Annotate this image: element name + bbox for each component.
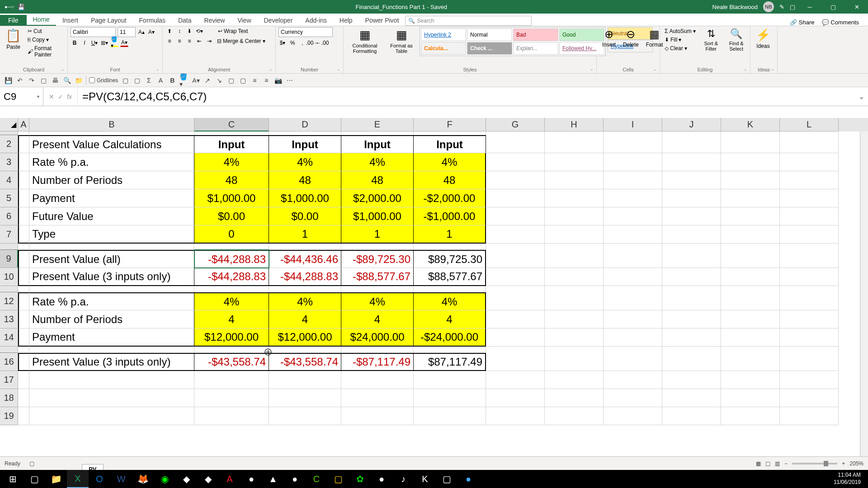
ribbon-options-icon[interactable]: ▢ <box>790 4 795 10</box>
cell[interactable] <box>780 353 839 371</box>
orientation-icon[interactable]: ⟲▾ <box>195 27 203 35</box>
cell[interactable] <box>341 347 414 353</box>
align-left-icon[interactable]: ≡ <box>165 37 174 45</box>
cell[interactable] <box>269 244 341 250</box>
cell[interactable]: 48 <box>194 171 269 189</box>
view-layout-icon[interactable]: ▢ <box>765 460 770 467</box>
cell[interactable] <box>18 225 29 244</box>
cell[interactable] <box>545 131 604 135</box>
tab-view[interactable]: View <box>231 15 257 26</box>
cell[interactable] <box>486 353 545 371</box>
clear-button[interactable]: ◇ Clear ▾ <box>663 44 698 52</box>
style-calculation[interactable]: Calcula... <box>421 42 466 55</box>
increase-indent-icon[interactable]: ⇥ <box>205 37 213 45</box>
cell[interactable] <box>545 371 604 389</box>
row-header-10[interactable]: 10 <box>0 268 18 286</box>
tab-data[interactable]: Data <box>172 15 198 26</box>
cell[interactable] <box>780 310 839 328</box>
cell[interactable] <box>780 153 839 171</box>
cell[interactable] <box>780 328 839 347</box>
cell[interactable]: Number of Periods <box>29 310 194 328</box>
cell[interactable] <box>414 131 486 135</box>
cell[interactable] <box>341 131 414 135</box>
cell[interactable] <box>194 389 269 407</box>
cell[interactable] <box>545 244 604 250</box>
row-header-16[interactable]: 16 <box>0 353 18 371</box>
cell[interactable]: 4 <box>341 310 414 328</box>
cell[interactable] <box>604 268 662 286</box>
app-icon-8[interactable]: ✿ <box>349 470 371 488</box>
expand-formula-icon[interactable]: ⌄ <box>854 92 868 101</box>
qat-box2-icon[interactable]: ▢ <box>238 76 247 85</box>
close-button[interactable]: ✕ <box>848 0 866 14</box>
cell[interactable]: $0.00 <box>269 207 341 225</box>
cell[interactable]: 4% <box>194 292 269 310</box>
cell[interactable] <box>780 189 839 207</box>
currency-icon[interactable]: $▾ <box>278 39 287 47</box>
cell[interactable]: $89,725.30 <box>414 250 486 268</box>
acrobat-icon[interactable]: A <box>219 470 241 488</box>
cell[interactable]: 1 <box>269 225 341 244</box>
cell[interactable] <box>486 371 545 389</box>
cell[interactable] <box>545 292 604 310</box>
qat-new-icon[interactable]: ▢ <box>39 76 48 85</box>
col-header-I[interactable]: I <box>604 118 662 131</box>
formula-input[interactable]: =PV(C3/12,C4,C5,C6,C7) <box>78 90 854 103</box>
cell[interactable]: Present Value (3 inputs only) <box>29 268 194 286</box>
spreadsheet-grid[interactable]: ◢ABCDEFGHIJKL2Present Value Calculations… <box>0 118 868 461</box>
cell[interactable] <box>662 244 721 250</box>
cell[interactable] <box>721 328 780 347</box>
fill-button[interactable]: ⬇ Fill ▾ <box>663 36 698 44</box>
cell[interactable] <box>721 171 780 189</box>
number-format-select[interactable] <box>278 27 333 37</box>
accept-formula-icon[interactable]: ✓ <box>58 93 63 100</box>
cell[interactable]: 1 <box>414 225 486 244</box>
qat-tracedep-icon[interactable]: ↘ <box>215 76 224 85</box>
cell[interactable] <box>545 135 604 153</box>
cell[interactable] <box>780 268 839 286</box>
cell[interactable]: Present Value (all) <box>29 250 194 268</box>
cell[interactable] <box>780 225 839 244</box>
cell[interactable] <box>269 407 341 425</box>
cell[interactable] <box>545 153 604 171</box>
cell[interactable] <box>721 244 780 250</box>
style-check[interactable]: Check ... <box>467 42 512 55</box>
italic-icon[interactable]: I <box>80 39 89 47</box>
cell[interactable]: Input <box>414 135 486 153</box>
cell[interactable] <box>29 244 194 250</box>
align-center-icon[interactable]: ≡ <box>175 37 184 45</box>
qat-more-icon[interactable]: ⋯ <box>285 76 294 85</box>
wrap-text-button[interactable]: ↩ Wrap Text <box>216 27 250 35</box>
cell[interactable] <box>486 310 545 328</box>
cell[interactable] <box>486 347 545 353</box>
cell[interactable] <box>662 286 721 292</box>
cell[interactable] <box>414 347 486 353</box>
row-header-6[interactable]: 6 <box>0 207 18 225</box>
style-normal[interactable]: Normal <box>467 28 512 41</box>
cell[interactable] <box>604 135 662 153</box>
cell[interactable] <box>780 131 839 135</box>
cell[interactable] <box>721 286 780 292</box>
cell[interactable]: Present Value Calculations <box>29 135 194 153</box>
align-bottom-icon[interactable]: ⬇ <box>185 27 193 35</box>
cell[interactable] <box>604 153 662 171</box>
view-normal-icon[interactable]: ▦ <box>756 460 761 467</box>
cell[interactable] <box>341 389 414 407</box>
font-size-select[interactable] <box>118 27 136 37</box>
cell[interactable]: Number of Periods <box>29 171 194 189</box>
cell[interactable] <box>604 189 662 207</box>
row-header-5[interactable]: 5 <box>0 189 18 207</box>
cell[interactable] <box>721 353 780 371</box>
decrease-decimal-icon[interactable]: ←.00 <box>318 39 326 47</box>
cell[interactable] <box>545 407 604 425</box>
qat-print-icon[interactable]: 🖶 <box>51 76 60 85</box>
cell[interactable] <box>486 328 545 347</box>
cell[interactable] <box>780 171 839 189</box>
cell[interactable] <box>269 371 341 389</box>
bold-icon[interactable]: B <box>71 39 79 47</box>
zoom-out-icon[interactable]: − <box>784 460 788 467</box>
cell[interactable] <box>545 171 604 189</box>
cell[interactable]: -$1,000.00 <box>414 207 486 225</box>
cell[interactable] <box>269 286 341 292</box>
cell[interactable] <box>545 389 604 407</box>
